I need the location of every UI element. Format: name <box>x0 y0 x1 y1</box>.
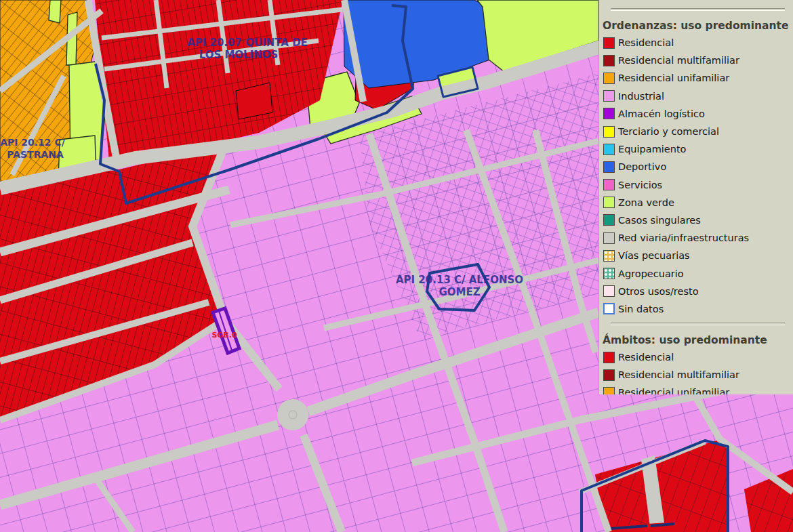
legend-item-label: Residencial <box>618 37 674 48</box>
legend-swatch-icon <box>603 90 615 102</box>
legend-swatch-icon <box>603 108 615 119</box>
roundabout <box>277 399 308 430</box>
legend-item-label: Terciario y comercial <box>618 126 719 137</box>
legend-item: Red viaria/infraestructuras <box>599 229 793 247</box>
legend-item: Vías pecuarias <box>599 247 793 264</box>
legend-swatch-icon <box>603 285 615 297</box>
legend-item: Otros usos/resto <box>599 283 793 300</box>
legend-item-label: Red viaria/infraestructuras <box>618 232 749 243</box>
legend-item: Sin datos <box>599 300 793 318</box>
legend-swatch-icon <box>603 369 615 381</box>
legend-item: Residencial multifamiliar <box>599 52 793 69</box>
legend-item-label: Zona verde <box>618 197 674 208</box>
legend-swatch-icon <box>603 179 615 190</box>
legend-item-label: Casos singulares <box>618 215 701 226</box>
legend-section2-title: Ámbitos: uso predominante <box>603 334 793 346</box>
legend-item: Residencial multifamiliar <box>599 366 793 384</box>
label-quinta-line1: API 20.07 QUINTA DE <box>187 37 308 49</box>
legend-item-label: Sin datos <box>618 304 664 314</box>
legend-swatch-icon <box>603 161 615 173</box>
legend-divider <box>611 323 785 325</box>
legend-section1-rows: ResidencialResidencial multifamiliarResi… <box>599 34 793 318</box>
legend-divider <box>611 8 785 11</box>
planning-map-viewer: API 20.07 QUINTA DE LOS MOLINOS API 20.1… <box>0 0 793 532</box>
legend-item-label: Deportivo <box>618 161 666 172</box>
legend-item: Terciario y comercial <box>599 123 793 140</box>
legend-swatch-icon <box>603 352 615 363</box>
label-pastrana-line1: API 20.12 C/ <box>0 137 66 148</box>
legend-item: Agropecuario <box>599 264 793 282</box>
legend-swatch-icon <box>603 250 615 262</box>
legend-item: Residencial <box>599 34 793 52</box>
legend-item: Residencial unifamiliar <box>599 69 793 87</box>
legend-swatch-icon <box>603 144 615 155</box>
legend-item: Equipamiento <box>599 140 793 158</box>
legend-item-label: Residencial unifamiliar <box>618 73 729 83</box>
legend-section1-title: Ordenanzas: uso predominante <box>603 20 793 32</box>
legend-swatch-icon <box>603 214 615 226</box>
legend-swatch-icon <box>603 268 615 279</box>
legend-item: Residencial <box>599 348 793 366</box>
legend-swatch-icon <box>603 73 615 84</box>
legend-item-label: Agropecuario <box>618 268 684 279</box>
label-alfonso-line1: API 20.13 C/ ALFONSO <box>396 274 523 286</box>
legend-item: Residencial unifamiliar <box>599 384 793 394</box>
legend-item: Servicios <box>599 176 793 194</box>
legend-swatch-icon <box>603 126 615 138</box>
legend-item-label: Residencial <box>618 352 674 363</box>
legend-item: Casos singulares <box>599 211 793 229</box>
legend-item-label: Residencial multifamiliar <box>618 55 739 66</box>
legend-panel: Ordenanzas: uso predominante Residencial… <box>598 0 793 394</box>
legend-item-label: Otros usos/resto <box>618 286 699 297</box>
legend-section2-rows: ResidencialResidencial multifamiliarResi… <box>599 348 793 394</box>
legend-item-label: Residencial multifamiliar <box>618 369 739 380</box>
legend-item-label: Equipamiento <box>618 144 687 155</box>
legend-item-label: Industrial <box>618 91 664 102</box>
legend-swatch-icon <box>603 232 615 244</box>
label-alfonso-line2: GOMEZ <box>439 286 480 298</box>
legend-swatch-icon <box>603 303 615 314</box>
legend-swatch-icon <box>603 55 615 66</box>
legend-swatch-icon <box>603 387 615 394</box>
legend-item-label: Vías pecuarias <box>618 250 690 261</box>
label-quinta-line2: LOS MOLINOS <box>199 49 279 61</box>
legend-item-label: Servicios <box>618 180 662 190</box>
legend-item: Deportivo <box>599 158 793 176</box>
legend-item: Almacén logístico <box>599 105 793 123</box>
legend-item: Zona verde <box>599 194 793 211</box>
legend-item-label: Almacén logístico <box>618 108 705 119</box>
legend-item: Industrial <box>599 87 793 105</box>
legend-item-label: Residencial unifamiliar <box>618 387 729 394</box>
label-sgb: SGB.0 <box>211 331 237 340</box>
label-pastrana-line2: PASTRANA <box>7 149 64 160</box>
legend-swatch-icon <box>603 37 615 49</box>
legend-swatch-icon <box>603 197 615 208</box>
